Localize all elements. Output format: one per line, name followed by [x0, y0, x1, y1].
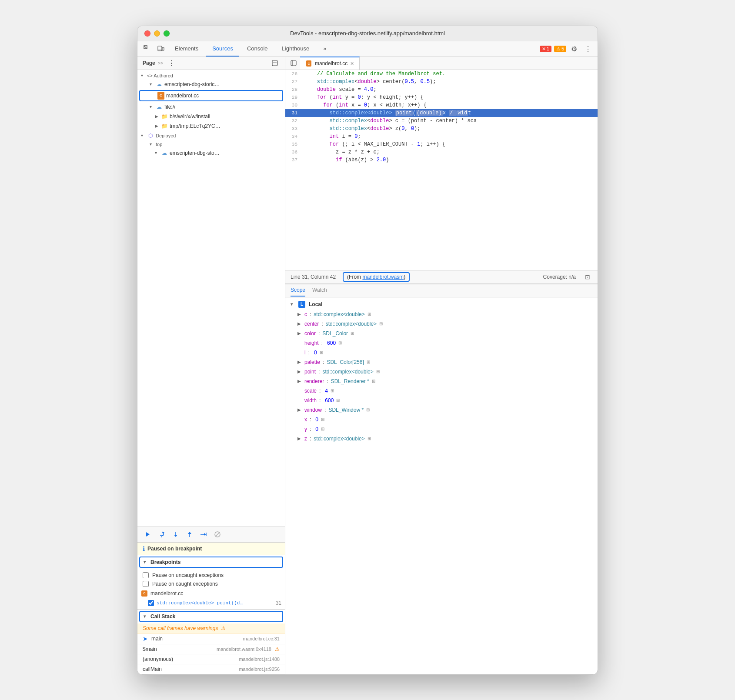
warning-badge[interactable]: ⚠ 5: [554, 46, 566, 52]
page-options-icon[interactable]: ⋮: [168, 59, 175, 67]
tab-console[interactable]: Console: [241, 41, 274, 57]
var-palette-arrow: ▶: [297, 358, 303, 366]
top-arrow: ▾: [150, 142, 154, 147]
tree-emscripten-node[interactable]: ▾ ☁ emscripten-dbg-storic…: [137, 80, 285, 89]
right-panel: C mandelbrot.cc × 26 // Calculate and dr…: [285, 57, 598, 674]
step-out-button[interactable]: [184, 529, 195, 540]
var-height[interactable]: ▶ height : 600 ⊞: [285, 338, 598, 348]
frame-name-0: main: [151, 636, 240, 642]
var-window[interactable]: ▶ window : SDL_Window * ⊞: [285, 405, 598, 415]
frame-name-3: callMain: [143, 666, 235, 672]
pause-caught-checkbox[interactable]: [143, 581, 149, 587]
frame-loc-1: mandelbrot.wasm:0x4118: [217, 647, 271, 652]
device-mode-icon[interactable]: [155, 43, 167, 55]
callstack-frame-1[interactable]: $main mandelbrot.wasm:0x4118 ⚠: [137, 644, 285, 654]
tab-lighthouse[interactable]: Lighthouse: [276, 41, 316, 57]
more-options-icon[interactable]: ⋮: [582, 43, 594, 55]
coverage-icon[interactable]: ⊡: [583, 272, 592, 282]
emscripten-label: emscripten-dbg-storic…: [164, 81, 220, 87]
tree-authored-section[interactable]: ▾ <> Authored: [137, 72, 285, 80]
var-i[interactable]: ▶ i : 0 ⊞: [285, 348, 598, 357]
pause-caught-item[interactable]: Pause on caught exceptions: [137, 580, 285, 588]
var-color[interactable]: ▶ color : SDL_Color ⊞: [285, 329, 598, 338]
var-x[interactable]: ▶ x : 0 ⊞: [285, 415, 598, 424]
step-over-button[interactable]: [157, 529, 167, 540]
file-cc-icon: C: [157, 92, 164, 99]
var-point-expand-icon: ⊞: [376, 368, 380, 376]
file-cloud-icon: ☁: [156, 103, 163, 110]
error-badge[interactable]: ✕ 1: [540, 46, 551, 52]
callstack-frame-2[interactable]: (anonymous) mandelbrot.js:1488: [137, 654, 285, 664]
var-c[interactable]: ▶ c : std::complex<double> ⊞: [285, 310, 598, 319]
tree-install-folder[interactable]: ▶ 📁 b/s/w/ir/x/w/install: [137, 112, 285, 121]
tab-sources[interactable]: Sources: [206, 41, 239, 57]
tree-mandelbrot-cc[interactable]: C mandelbrot.cc: [139, 90, 283, 101]
var-point[interactable]: ▶ point : std::complex<double> ⊞: [285, 367, 598, 377]
var-width-icon: ⊞: [336, 397, 340, 404]
cloud-icon: ☁: [156, 81, 163, 88]
status-coverage: Coverage: n/a: [543, 274, 576, 280]
tree-deployed-section[interactable]: ▾ ⬡ Deployed: [137, 131, 285, 140]
frame-name-1: $main: [143, 646, 213, 652]
error-icon: ✕: [542, 46, 546, 52]
var-y-icon: ⊞: [321, 425, 324, 433]
callstack-warning-text: Some call frames have warnings: [143, 625, 218, 631]
tab-scope[interactable]: Scope: [291, 284, 305, 297]
close-button[interactable]: [144, 30, 150, 37]
svg-marker-17: [174, 535, 177, 537]
debug-controls: [137, 527, 285, 543]
var-scale[interactable]: ▶ scale : 4 ⊞: [285, 386, 598, 396]
deployed-arrow: ▾: [141, 133, 145, 138]
var-renderer[interactable]: ▶ renderer : SDL_Renderer * ⊞: [285, 377, 598, 386]
tab-watch[interactable]: Watch: [312, 284, 327, 297]
var-z-expand-icon: ⊞: [368, 435, 371, 443]
sidebar-toggle-icon[interactable]: [289, 58, 298, 68]
var-palette[interactable]: ▶ palette : SDL_Color[256] ⊞: [285, 357, 598, 367]
step-button[interactable]: [198, 529, 209, 540]
code-editor[interactable]: 26 // Calculate and draw the Mandelbrot …: [285, 70, 598, 270]
bp-entry[interactable]: std::complex<double> point((d… 31: [137, 599, 285, 607]
current-frame-icon: ➤: [143, 635, 148, 642]
pause-caught-label: Pause on caught exceptions: [152, 581, 218, 587]
callstack-frame-3[interactable]: callMain mandelbrot.js:9256: [137, 664, 285, 674]
maximize-button[interactable]: [164, 30, 170, 37]
pause-uncaught-item[interactable]: Pause on uncaught exceptions: [137, 571, 285, 580]
code-line-31: 31 std::complex<double> point((double)x …: [285, 109, 598, 117]
local-label: Local: [309, 301, 322, 307]
tab-more[interactable]: »: [317, 41, 332, 57]
var-y[interactable]: ▶ y : 0 ⊞: [285, 424, 598, 434]
status-from-link[interactable]: mandelbrot.wasm: [362, 274, 404, 280]
step-into-button[interactable]: [170, 529, 181, 540]
deactivate-breakpoints-button[interactable]: [212, 529, 223, 540]
authored-label: <> Authored: [147, 73, 173, 78]
cursor-tool-icon[interactable]: [141, 43, 153, 55]
resume-button[interactable]: [143, 529, 153, 540]
tree-top-node[interactable]: ▾ top: [137, 140, 285, 148]
tab-elements[interactable]: Elements: [169, 41, 204, 57]
var-center[interactable]: ▶ center : std::complex<double> ⊞: [285, 319, 598, 329]
tree-emscripten-deployed[interactable]: ▾ ☁ emscripten-dbg-sto…: [137, 148, 285, 158]
tab-close-icon[interactable]: ×: [350, 60, 354, 67]
bp-file-group[interactable]: C mandelbrot.cc: [137, 588, 285, 599]
file-tab-mandelbrot[interactable]: C mandelbrot.cc ×: [300, 57, 360, 70]
tree-tmp-folder[interactable]: ▶ 📁 tmp/tmp.ELcTq2YC…: [137, 121, 285, 131]
pause-uncaught-checkbox[interactable]: [143, 572, 149, 578]
var-z[interactable]: ▶ z : std::complex<double> ⊞: [285, 434, 598, 443]
callstack-header[interactable]: ▾ Call Stack: [139, 611, 283, 622]
svg-rect-7: [162, 47, 164, 50]
callstack-frame-0[interactable]: ➤ main mandelbrot.cc:31: [137, 633, 285, 644]
callstack-label: Call Stack: [150, 613, 175, 620]
settings-icon[interactable]: ⚙: [568, 43, 580, 55]
scope-local-header[interactable]: ▾ L Local: [285, 299, 598, 310]
collapse-icon[interactable]: [270, 58, 280, 68]
bp-checkbox[interactable]: [148, 600, 154, 606]
var-width[interactable]: ▶ width : 600 ⊞: [285, 396, 598, 405]
minimize-button[interactable]: [154, 30, 160, 37]
var-window-arrow: ▶: [297, 406, 303, 414]
callstack-warning-icon: ⚠: [220, 625, 225, 631]
page-more-label[interactable]: >>: [158, 60, 164, 66]
var-z-arrow: ▶: [297, 435, 303, 443]
breakpoints-header[interactable]: ▾ Breakpoints: [139, 557, 283, 568]
title-bar: DevTools - emscripten-dbg-stories.netlif…: [137, 26, 598, 41]
tree-file-node[interactable]: ▾ ☁ file://: [137, 102, 285, 112]
